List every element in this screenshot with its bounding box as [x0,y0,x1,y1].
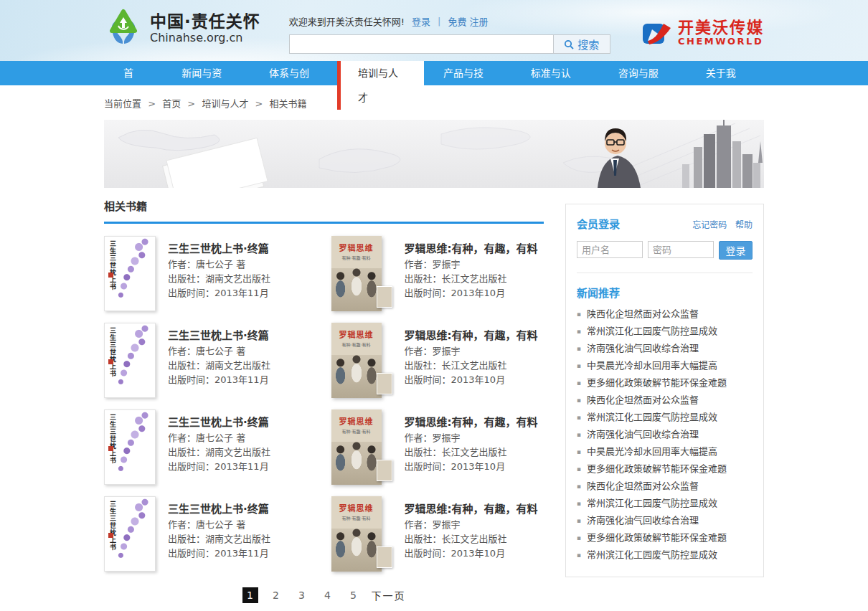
page-1[interactable]: 1 [242,587,258,603]
book-publisher: 出版社：湖南文艺出版社 [168,274,270,284]
book-author: 作者：唐七公子 著 [168,346,270,356]
book-author: 作者：唐七公子 著 [168,520,270,530]
username-input[interactable] [577,241,643,258]
nav-tab-products[interactable]: 产品与技术 [424,61,511,110]
book-cover-text: 三生三世枕上书 [108,414,116,464]
book-title[interactable]: 罗辑思维:有种，有趣，有料 [405,414,538,429]
book-title[interactable]: 罗辑思维:有种，有趣，有料 [405,501,538,516]
book-title[interactable]: 三生三世枕上书·终篇 [168,327,270,342]
book-date: 出版时间：2013年10月 [405,462,538,472]
book-publisher: 出版社：湖南文艺出版社 [168,361,270,371]
search-button-label: 搜索 [577,37,599,52]
password-input[interactable] [648,241,714,258]
breadcrumb-home[interactable]: 首页 [162,98,181,109]
pagination: 1 2 3 4 5 下一页 [104,587,544,603]
book-cover[interactable]: 罗辑思维 有种·有趣·有料 [331,409,392,485]
site-subtitle: Chinahse.org.cn [150,31,260,44]
book-date: 出版时间：2013年10月 [405,375,538,385]
book-cover[interactable]: 三生三世枕上书 [104,496,156,572]
book-date: 出版时间：2013年11月 [168,549,270,559]
nav-tab-consulting[interactable]: 咨询与服务 [599,61,687,110]
book-cover[interactable]: 罗辑思维 有种·有趣·有料 [331,236,392,311]
book-cover-photo [331,442,382,485]
book-date: 出版时间：2013年11月 [168,462,270,472]
welcome-text: 欢迎来到开美沃责任关怀网! [289,14,405,28]
book-item: 三生三世枕上书 三生三世枕上书·终篇 作者：唐七公子 著 出版社：湖南文艺出版社… [104,496,317,572]
page-4[interactable]: 4 [320,587,336,603]
nav-tab-training[interactable]: 培训与人才 [337,61,424,110]
book-publisher: 出版社：湖南文艺出版社 [168,447,270,458]
nav-tab-about[interactable]: 关于我们 [687,61,764,110]
book-title[interactable]: 三生三世枕上书·终篇 [168,414,270,429]
book-cover-photo [331,355,382,398]
news-item[interactable]: 济南强化油气回收综合治理 [577,340,753,357]
news-item[interactable]: 更多细化政策破解节能环保金难题 [577,374,753,392]
register-link[interactable]: 免费 注册 [448,14,488,28]
news-item[interactable]: 更多细化政策破解节能环保金难题 [577,529,753,546]
login-link[interactable]: 登录 [412,14,430,28]
book-cover-subtext: 有种·有趣·有料 [331,515,382,521]
site-header: 中国·责任关怀 Chinahse.org.cn 欢迎来到开美沃责任关怀网! 登录… [0,0,868,61]
news-item[interactable]: 常州滨江化工园废气防控显成效 [577,546,753,564]
news-item[interactable]: 常州滨江化工园废气防控显成效 [577,495,753,512]
book-cover[interactable]: 三生三世枕上书 [104,409,156,485]
news-item[interactable]: 陕西化企坦然面对公众监督 [577,306,753,323]
book-cover[interactable]: 罗辑思维 有种·有趣·有料 [331,496,392,572]
login-button[interactable]: 登录 [719,241,753,260]
link-separator: | [438,16,440,27]
book-title[interactable]: 三生三世枕上书·终篇 [168,240,270,255]
page-banner-image [104,120,764,188]
book-cover-booklet [377,460,392,481]
brand-cn-text: 开美沃传媒 [678,20,764,36]
news-item[interactable]: 常州滨江化工园废气防控显成效 [577,409,753,426]
book-cover-subtext: 有种·有趣·有料 [331,341,382,348]
book-cover-photo [331,529,382,572]
nav-tab-standards[interactable]: 标准与认证 [511,61,599,110]
news-item[interactable]: 常州滨江化工园废气防控显成效 [577,323,753,340]
book-cover-text: 罗辑思维 [331,242,382,253]
book-cover-photo [331,268,382,311]
news-item[interactable]: 陕西化企坦然面对公众监督 [577,478,753,495]
book-cover-text: 罗辑思维 [331,415,382,427]
book-cover[interactable]: 三生三世枕上书 [104,236,156,311]
book-list: 三生三世枕上书 三生三世枕上书·终篇 作者：唐七公子 著 出版社：湖南文艺出版社… [104,236,544,572]
search-input[interactable] [289,34,553,54]
next-page-button[interactable]: 下一页 [372,588,406,602]
page-3[interactable]: 3 [294,587,310,603]
breadcrumb-training[interactable]: 培训与人才 [202,98,248,109]
member-login-title: 会员登录 [577,216,620,231]
chemworld-brand[interactable]: 开美沃传媒 CHEMWORLD [642,20,764,47]
help-link[interactable]: 帮助 [735,220,753,230]
book-publisher: 出版社：长江文艺出版社 [405,361,538,371]
site-logo[interactable]: 中国·责任关怀 Chinahse.org.cn [104,9,260,47]
book-author: 作者：罗振宇 [405,260,538,270]
book-cover-text: 罗辑思维 [331,328,382,340]
page-title: 相关书籍 [104,198,544,224]
book-date: 出版时间：2013年11月 [168,288,270,298]
breadcrumb-separator: > [187,98,195,109]
news-item[interactable]: 更多细化政策破解节能环保金难题 [577,460,753,478]
news-item[interactable]: 济南强化油气回收综合治理 [577,512,753,529]
news-list: 陕西化企坦然面对公众监督 常州滨江化工园废气防控显成效 济南强化油气回收综合治理… [577,306,753,564]
book-cover-booklet [377,286,392,308]
news-item[interactable]: 中昊晨光冷却水回用率大幅提高 [577,443,753,460]
book-title[interactable]: 三生三世枕上书·终篇 [168,501,270,516]
book-title[interactable]: 罗辑思维:有种，有趣，有料 [405,240,538,255]
breadcrumb-current: 相关书籍 [270,98,307,109]
news-recommend-title: 新闻推荐 [577,285,753,300]
page-2[interactable]: 2 [268,587,284,603]
forgot-password-link[interactable]: 忘记密码 [692,220,727,230]
book-item: 三生三世枕上书 三生三世枕上书·终篇 作者：唐七公子 著 出版社：湖南文艺出版社… [104,323,317,398]
book-cover-text: 三生三世枕上书 [108,501,116,551]
sidebar: 会员登录 忘记密码 帮助 登录 新闻推荐 陕西化企坦然面对公众监督 常州滨江化工… [565,204,764,577]
news-item[interactable]: 陕西化企坦然面对公众监督 [577,392,753,409]
book-publisher: 出版社：长江文艺出版社 [405,274,538,284]
news-item[interactable]: 中昊晨光冷却水回用率大幅提高 [577,357,753,374]
search-button[interactable]: 搜索 [553,34,610,54]
book-cover[interactable]: 三生三世枕上书 [104,323,156,398]
book-title[interactable]: 罗辑思维:有种，有趣，有料 [405,327,538,342]
page-5[interactable]: 5 [346,587,362,603]
news-item[interactable]: 济南强化油气回收综合治理 [577,426,753,443]
book-cover[interactable]: 罗辑思维 有种·有趣·有料 [331,323,392,398]
book-item: 三生三世枕上书 三生三世枕上书·终篇 作者：唐七公子 著 出版社：湖南文艺出版社… [104,236,317,311]
